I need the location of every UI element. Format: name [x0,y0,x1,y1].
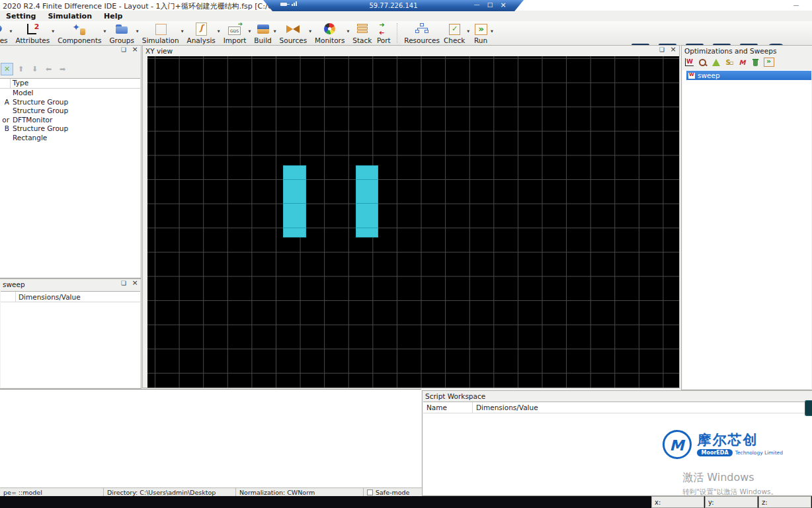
ws-name-column-header[interactable]: Name [423,402,473,413]
toolbar-attributes[interactable]: Attributes [13,22,52,44]
optimization-tool-icon[interactable] [697,58,708,67]
name-column-header[interactable] [0,79,11,88]
groups-icon [114,22,130,36]
menu-help[interactable]: Help [98,12,128,21]
tree-row-structure-group[interactable]: Structure Group [0,106,140,116]
toolbar-analysis[interactable]: Analysis [185,22,218,44]
structure-rect-1[interactable] [283,165,306,237]
toolbar-sources[interactable]: Sources [278,22,309,44]
build-dropdown-icon[interactable] [274,26,276,34]
tree-row-structure-group-a[interactable]: A Structure Group [0,98,140,107]
toolbar-structures[interactable]: ctures [0,22,10,44]
simulation-dropdown-icon[interactable] [181,26,184,34]
objects-float-icon[interactable] [119,46,128,54]
analysis-dropdown-icon[interactable] [218,26,220,34]
optimizations-header: Optimizations and Sweeps [682,46,812,56]
pin-icon[interactable] [280,3,287,6]
resources-icon [414,22,430,36]
attributes-dropdown-icon[interactable] [52,26,54,34]
sparameter-tool-icon[interactable] [723,58,735,67]
move-down-icon[interactable] [28,63,41,75]
move-up-icon[interactable] [15,63,27,75]
xy-float-icon[interactable] [657,46,667,54]
yield-tool-icon[interactable] [710,58,721,67]
xy-view-title: XY view [145,47,173,55]
rdp-connection-bar: 59.77.226.141 [263,0,524,11]
script-file-icon[interactable] [805,400,812,416]
rdp-close-button[interactable] [499,1,508,9]
toolbar-check[interactable]: Check [442,22,467,44]
sweep-close-icon[interactable] [130,279,140,288]
monitors-icon [322,22,338,36]
promote-icon[interactable] [42,63,55,75]
brand-name-cn: 摩尔芯创 [697,433,783,447]
toolbar-monitors[interactable]: Monitors [313,22,346,44]
toolbar-resources[interactable]: Resources [402,22,442,44]
safe-mode-checkbox[interactable] [367,489,373,495]
toolbar-simulation[interactable]: Simulation [140,22,181,44]
sweep-value-column-header[interactable]: Dimensions/Value [16,292,140,302]
type-column-header[interactable]: Type [11,79,140,88]
objects-close-icon[interactable] [130,46,140,54]
tree-edit-icon[interactable] [1,63,13,75]
xy-view-canvas[interactable] [147,56,679,388]
demote-icon[interactable] [56,63,69,75]
status-normalization: Normalization: CWNorm [236,488,364,496]
check-dropdown-icon[interactable] [467,26,469,34]
sweep-table: Dimensions/Value [1,291,140,388]
rdp-minimize-button[interactable] [472,1,481,9]
optimizations-list: sweep [682,70,811,389]
toolbar-port[interactable]: Port [374,22,393,44]
components-dropdown-icon[interactable] [104,26,106,34]
xy-view-header: XY view [143,46,679,56]
sweep-tool-icon[interactable] [684,58,695,67]
port-icon [376,22,391,36]
toolbar-run[interactable]: Run [471,22,491,44]
menu-simulation[interactable]: Simulation [42,12,98,21]
toolbar-build[interactable]: Build [252,22,273,44]
matrix-sweep-tool-icon[interactable] [737,58,748,67]
script-editor-area[interactable] [0,389,421,487]
main-toolbar: ctures Attributes Components Groups Simu… [0,21,812,46]
sweep-name-column-header[interactable] [1,292,16,302]
tree-row-structure-group-b[interactable]: B Structure Group [0,124,140,134]
toolbar-stack[interactable]: Stack [350,22,374,44]
xy-view-panel: XY view [142,45,680,388]
sources-dropdown-icon[interactable] [309,26,311,34]
app-minimize-button[interactable] [788,1,804,9]
status-scope: pe= ::model [0,488,104,496]
menu-setting[interactable]: Setting [0,12,42,21]
coordinate-readouts: x: y: z: [651,496,812,508]
tree-row-dftmonitor[interactable]: or DFTMonitor [0,116,140,125]
sweep-item-icon [688,73,695,79]
sweep-list-item[interactable]: sweep [686,71,811,80]
rdp-restore-button[interactable] [485,1,495,9]
toolbar-groups[interactable]: Groups [107,22,136,44]
run-dropdown-icon[interactable] [491,26,493,34]
toolbar-components[interactable]: Components [56,22,103,44]
tree-row-rectangle[interactable]: Rectangle [0,134,140,143]
monitors-dropdown-icon[interactable] [346,26,349,34]
objects-toolbar [0,56,141,78]
windows-activation-watermark: 激活 Windows 转到"设置"以激活 Windows。 [682,471,778,497]
status-safe-mode: Safe-mode [364,488,422,496]
sweep-panel: sweep Dimensions/Value [0,278,142,389]
groups-dropdown-icon[interactable] [136,26,139,34]
objects-panel: Type Model A Structure Group Structure G… [0,45,142,278]
structure-rect-2[interactable] [356,165,378,237]
sweep-float-icon[interactable] [119,279,128,288]
sources-icon [285,22,301,36]
ws-value-column-header[interactable]: Dimensions/Value [473,402,812,413]
sweep-panel-title: sweep [3,280,25,288]
safe-mode-label: Safe-mode [376,489,409,496]
script-workspace-title: Script Workspace [425,392,485,400]
import-dropdown-icon[interactable] [249,26,251,34]
run-sweep-tool-icon[interactable] [763,58,774,67]
structures-icon [0,22,5,36]
status-directory: Directory: C:\Users\admin\Desktop [104,488,236,496]
delete-tool-icon[interactable] [750,58,761,67]
tree-row-model[interactable]: Model [0,89,140,98]
structures-dropdown-icon[interactable] [10,26,13,34]
toolbar-import[interactable]: GDS Import [222,22,249,44]
xy-close-icon[interactable] [669,46,678,54]
